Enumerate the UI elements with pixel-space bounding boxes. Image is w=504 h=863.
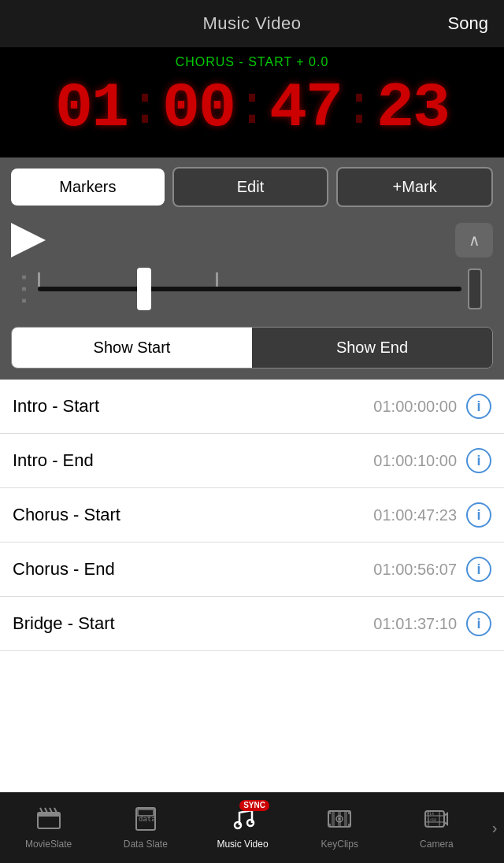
scrubber-tick (216, 272, 218, 287)
tick-mark (22, 287, 26, 291)
sync-badge: SYNC (239, 800, 269, 811)
edit-button[interactable]: Edit (172, 167, 329, 207)
marker-name: Chorus - End (13, 559, 373, 580)
tc-digit-s2: 7 (306, 77, 342, 140)
marker-name: Intro - End (13, 450, 373, 471)
nav-label-dataslate: Data Slate (124, 839, 168, 850)
tc-digit-f2: 3 (413, 77, 449, 140)
add-mark-button[interactable]: +Mark (336, 167, 493, 207)
toggle-section: Show Start Show End (0, 324, 504, 380)
nav-item-musicvideo[interactable]: SYNC Music Video (194, 793, 291, 863)
svg-rect-12 (332, 811, 335, 827)
svg-rect-1 (38, 813, 60, 817)
tc-digit-h2: 1 (91, 77, 128, 140)
controls-row: Markers Edit +Mark (0, 157, 504, 217)
scrubber-thumb[interactable] (137, 268, 151, 310)
tc-digit-h1: 0 (55, 77, 91, 140)
nav-label-keyclips: KeyClips (321, 839, 358, 850)
bottom-nav: MovieSlate data Data Slate SYNC Music Vi… (0, 792, 504, 863)
tc-digit-m2: 0 (198, 77, 235, 140)
scrubber-tick (38, 272, 40, 287)
chevron-up-icon: ∧ (469, 231, 480, 250)
timecode-frames: 2 3 (376, 77, 449, 140)
markers-list: Intro - Start01:00:00:00iIntro - End01:0… (0, 380, 504, 792)
marker-info-button[interactable]: i (466, 394, 491, 419)
scrubber-track[interactable] (11, 265, 493, 313)
tick-mark (22, 299, 26, 303)
marker-time: 01:00:10:00 (373, 452, 457, 470)
show-end-button[interactable]: Show End (252, 328, 492, 368)
scrubber-section (0, 257, 504, 324)
marker-info-button[interactable]: i (466, 448, 491, 473)
svg-point-10 (247, 820, 254, 826)
svg-text:F14: F14 (427, 811, 434, 816)
dataslate-icon: data (133, 806, 158, 835)
marker-name: Intro - Start (13, 396, 373, 417)
tc-digit-f1: 2 (376, 77, 413, 140)
scrubber-bar (38, 287, 461, 291)
playback-section: ∧ (0, 217, 504, 257)
nav-item-movieslate[interactable]: MovieSlate (0, 793, 97, 863)
marker-time: 01:00:00:00 (373, 398, 457, 416)
marker-item: Chorus - End01:00:56:07i (0, 543, 504, 597)
marker-info-button[interactable]: i (466, 502, 491, 528)
marker-time: 01:00:47:23 (373, 506, 457, 524)
nav-item-keyclips[interactable]: KeyClips (291, 793, 388, 863)
tc-sep-2: : (235, 81, 269, 136)
svg-rect-14 (344, 811, 347, 827)
nav-label-camera: Camera (420, 839, 454, 850)
svg-point-9 (235, 822, 241, 828)
timecode-label: CHORUS - START + 0.0 (8, 55, 496, 69)
nav-label-musicvideo: Music Video (217, 839, 268, 850)
scrubber-end-thumb[interactable] (468, 269, 482, 309)
nav-label-movieslate: MovieSlate (25, 839, 72, 850)
tc-sep-1: : (128, 81, 161, 136)
nav-item-dataslate[interactable]: data Data Slate (97, 793, 194, 863)
nav-item-camera[interactable]: F14 1/60 Camera (388, 793, 485, 863)
timecode-seconds: 4 7 (269, 77, 342, 140)
tc-sep-3: : (343, 81, 376, 136)
header-title: Music Video (203, 13, 302, 34)
markers-button[interactable]: Markers (11, 169, 165, 206)
marker-time: 01:00:56:07 (373, 561, 457, 579)
header: Music Video Song (0, 0, 504, 47)
musicvideo-icon: SYNC (230, 806, 255, 835)
tick-mark (22, 276, 26, 280)
collapse-button[interactable]: ∧ (455, 223, 493, 257)
camera-icon: F14 1/60 (424, 806, 449, 835)
show-toggle: Show Start Show End (11, 327, 493, 369)
tc-digit-m1: 0 (162, 77, 198, 140)
marker-name: Chorus - Start (13, 505, 373, 525)
marker-name: Bridge - Start (13, 613, 373, 634)
marker-info-button[interactable]: i (466, 611, 491, 636)
play-button[interactable] (11, 223, 46, 257)
marker-info-button[interactable]: i (466, 557, 491, 582)
keyclips-icon (327, 806, 352, 835)
movieslate-icon (36, 806, 61, 835)
svg-point-16 (339, 818, 341, 820)
marker-item: Intro - Start01:00:00:00i (0, 380, 504, 434)
timecode-minutes: 0 0 (162, 77, 235, 140)
marker-time: 01:01:37:10 (373, 615, 457, 633)
marker-item: Bridge - Start01:01:37:10i (0, 597, 504, 651)
marker-item: Chorus - Start01:00:47:23i (0, 488, 504, 543)
header-song-button[interactable]: Song (448, 13, 488, 34)
tc-digit-s1: 4 (269, 77, 306, 140)
timecode-section: CHORUS - START + 0.0 0 1 : 0 0 : 4 7 : 2… (0, 47, 504, 157)
svg-text:1/60: 1/60 (427, 817, 436, 822)
timecode-display: 0 1 : 0 0 : 4 7 : 2 3 (8, 74, 496, 146)
timecode-hours: 0 1 (55, 77, 128, 140)
show-start-button[interactable]: Show Start (12, 328, 252, 368)
nav-arrow[interactable]: › (485, 819, 504, 837)
marker-item: Intro - End01:00:10:00i (0, 434, 504, 488)
